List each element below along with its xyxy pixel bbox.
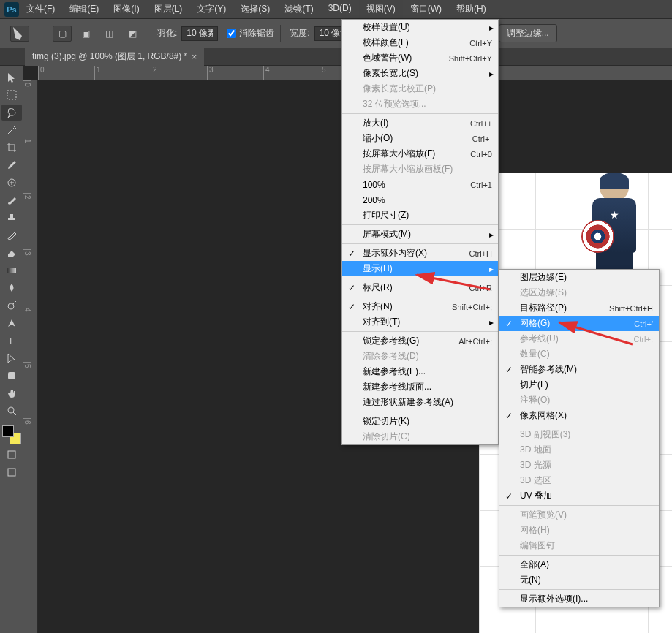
- menu-item: 清除切片(C): [342, 429, 498, 444]
- screenmode-icon[interactable]: [1, 464, 22, 480]
- svg-point-3: [8, 303, 14, 309]
- menu-item[interactable]: ✓像素网格(X): [499, 408, 659, 423]
- menu-item[interactable]: 校样设置(U)▸: [342, 20, 498, 35]
- feather-input[interactable]: [181, 26, 218, 41]
- blur-tool[interactable]: [1, 280, 22, 296]
- menu-item: 3D 副视图(3): [499, 427, 659, 442]
- close-tab-icon[interactable]: ×: [192, 52, 197, 62]
- menu-帮助[interactable]: 帮助(H): [449, 0, 494, 18]
- refine-edge-button[interactable]: 调整边缘...: [499, 24, 557, 42]
- menu-item: 数量(C): [499, 346, 659, 362]
- ruler-vertical: 0123456: [23, 80, 38, 633]
- tools-panel: T: [0, 66, 23, 633]
- menu-item[interactable]: 放大(I)Ctrl++: [342, 115, 498, 131]
- menu-item[interactable]: 目标路径(P)Shift+Ctrl+H: [499, 300, 659, 316]
- menu-图像[interactable]: 图像(I): [106, 0, 146, 18]
- history-brush-tool[interactable]: [1, 227, 22, 243]
- type-tool[interactable]: T: [1, 333, 22, 349]
- menu-item[interactable]: ✓UV 叠加: [499, 488, 659, 504]
- gradient-tool[interactable]: [1, 262, 22, 278]
- lasso-tool[interactable]: [1, 105, 22, 121]
- menu-item[interactable]: 对齐到(T)▸: [342, 314, 498, 330]
- menu-item[interactable]: 锁定参考线(G)Alt+Ctrl+;: [342, 333, 498, 349]
- menu-item[interactable]: 图层边缘(E): [499, 270, 659, 285]
- menu-item[interactable]: 缩小(O)Ctrl+-: [342, 131, 498, 146]
- pen-tool[interactable]: [1, 315, 22, 331]
- menu-item[interactable]: ✓对齐(N)Shift+Ctrl+;: [342, 299, 498, 314]
- magic-wand-tool[interactable]: [1, 122, 22, 138]
- show-submenu-dropdown: 图层边缘(E)选区边缘(S)目标路径(P)Shift+Ctrl+H✓网格(G)C…: [499, 269, 660, 607]
- antialias-checkbox[interactable]: 消除锯齿: [227, 27, 274, 39]
- new-selection-icon[interactable]: ▢: [53, 26, 72, 42]
- path-select-tool[interactable]: [1, 350, 22, 366]
- menu-滤镜[interactable]: 滤镜(T): [277, 0, 320, 18]
- menu-item[interactable]: 无(N): [499, 572, 659, 588]
- menu-item[interactable]: 按屏幕大小缩放(F)Ctrl+0: [342, 146, 498, 162]
- tool-preset-icon[interactable]: [10, 26, 29, 42]
- document-tabs: timg (3).jpg @ 100% (图层 1, RGB/8#) * ×: [0, 48, 672, 66]
- menu-item: 3D 选区: [499, 473, 659, 488]
- add-selection-icon[interactable]: ▣: [76, 26, 95, 42]
- menubar: Ps 文件(F)编辑(E)图像(I)图层(L)文字(Y)选择(S)滤镜(T)3D…: [0, 0, 672, 19]
- stamp-tool[interactable]: [1, 210, 22, 226]
- menu-文字[interactable]: 文字(Y): [189, 0, 233, 18]
- quickmask-icon[interactable]: [1, 447, 22, 463]
- menu-item[interactable]: 200%: [342, 192, 498, 208]
- crop-tool[interactable]: [1, 140, 22, 156]
- menu-item[interactable]: 新建参考线(E)...: [342, 364, 498, 379]
- menu-item[interactable]: 打印尺寸(Z): [342, 208, 498, 223]
- dodge-tool[interactable]: [1, 297, 22, 314]
- svg-rect-8: [8, 469, 15, 476]
- menu-item[interactable]: 校样颜色(L)Ctrl+Y: [342, 35, 498, 50]
- menu-文件[interactable]: 文件(F): [19, 0, 62, 18]
- svg-rect-7: [8, 451, 15, 458]
- menu-窗口[interactable]: 窗口(W): [403, 0, 449, 18]
- menu-item[interactable]: 新建参考线版面...: [342, 379, 498, 395]
- menu-item: 选区边缘(S): [499, 285, 659, 300]
- ps-logo: Ps: [4, 2, 19, 17]
- eyedropper-tool[interactable]: [1, 157, 22, 173]
- width-label: 宽度:: [290, 27, 309, 39]
- menu-item: 3D 光源: [499, 458, 659, 473]
- shape-tool[interactable]: [1, 368, 22, 384]
- color-swatches[interactable]: [2, 425, 21, 444]
- menu-图层[interactable]: 图层(L): [147, 0, 190, 18]
- svg-point-6: [8, 407, 14, 413]
- eraser-tool[interactable]: [1, 245, 22, 261]
- menu-选择[interactable]: 选择(S): [233, 0, 277, 18]
- intersect-selection-icon[interactable]: ◩: [123, 26, 142, 42]
- menu-编辑[interactable]: 编辑(E): [62, 0, 106, 18]
- menu-item[interactable]: 像素长宽比(S)▸: [342, 66, 498, 81]
- options-bar: ▢ ▣ ◫ ◩ 羽化: 消除锯齿 宽度: 调整边缘...: [0, 19, 672, 48]
- menu-item[interactable]: 色域警告(W)Shift+Ctrl+Y: [342, 50, 498, 66]
- menu-item[interactable]: 通过形状新建参考线(A): [342, 395, 498, 410]
- menu-item[interactable]: 屏幕模式(M)▸: [342, 227, 498, 242]
- svg-rect-5: [8, 372, 15, 379]
- menu-item[interactable]: 切片(L): [499, 377, 659, 393]
- zoom-tool[interactable]: [1, 403, 22, 419]
- menu-item[interactable]: 显示额外选项(I)...: [499, 591, 659, 607]
- healing-tool[interactable]: [1, 175, 22, 191]
- menu-item[interactable]: 锁定切片(K): [342, 414, 498, 429]
- svg-text:T: T: [8, 336, 14, 346]
- menu-item[interactable]: ✓网格(G)Ctrl+': [499, 316, 659, 331]
- menu-item[interactable]: 100%Ctrl+1: [342, 177, 498, 192]
- menu-视图[interactable]: 视图(V): [359, 0, 403, 18]
- menu-item[interactable]: 显示(H)▸: [342, 261, 498, 276]
- menu-item[interactable]: 全部(A): [499, 557, 659, 572]
- menu-item[interactable]: ✓智能参考线(M): [499, 362, 659, 377]
- brush-tool[interactable]: [1, 192, 22, 208]
- menu-item: 像素长宽比校正(P): [342, 81, 498, 96]
- hand-tool[interactable]: [1, 385, 22, 401]
- subtract-selection-icon[interactable]: ◫: [99, 26, 118, 42]
- menu-3d[interactable]: 3D(D): [321, 0, 359, 18]
- menu-item: 32 位预览选项...: [342, 96, 498, 112]
- menu-item[interactable]: ✓显示额外内容(X)Ctrl+H: [342, 246, 498, 261]
- document-tab[interactable]: timg (3).jpg @ 100% (图层 1, RGB/8#) * ×: [25, 48, 204, 66]
- svg-rect-0: [7, 91, 16, 99]
- marquee-tool[interactable]: [1, 87, 22, 103]
- menu-item[interactable]: ✓标尺(R)Ctrl+R: [342, 280, 498, 295]
- move-tool[interactable]: [1, 69, 22, 86]
- menu-item: 编辑图钉: [499, 538, 659, 553]
- feather-label: 羽化:: [157, 27, 177, 39]
